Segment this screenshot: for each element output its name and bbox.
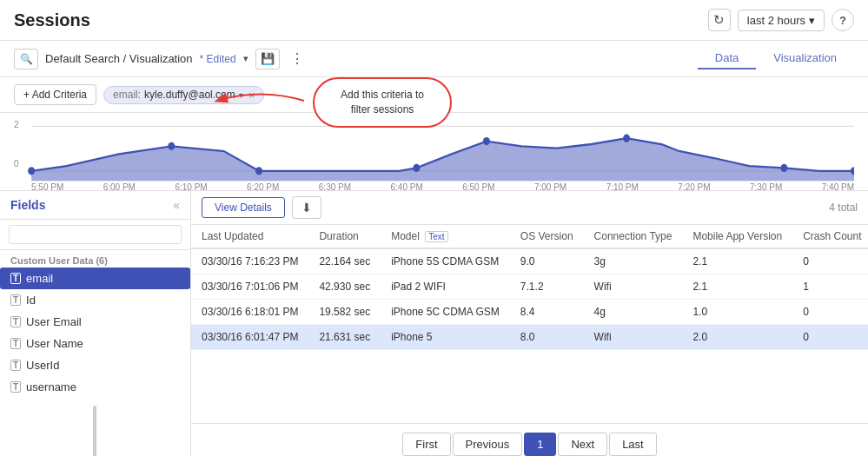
col-os-version: OS Version [510,225,584,248]
saved-search-label: Default Search / Visualization [45,52,193,65]
pagination-next-button[interactable]: Next [558,433,607,456]
sidebar-item-user-email[interactable]: T User Email [0,311,190,333]
field-type-icon: T [10,360,21,371]
svg-point-3 [168,142,175,150]
tabs: Data Visualization [698,48,854,69]
sidebar-item-label: email [26,272,53,285]
x-axis-labels: 5:50 PM 6:00 PM 6:10 PM 6:20 PM 6:30 PM … [14,182,854,191]
view-details-button[interactable]: View Details [202,197,285,218]
tab-data[interactable]: Data [698,48,756,69]
col-last-updated: Last Updated [191,225,308,248]
sidebar-item-username[interactable]: T username [0,376,190,398]
page-title: Sessions [14,10,90,30]
chip-close-icon[interactable]: × [248,89,255,102]
chip-dropdown-icon[interactable]: ▾ [239,90,243,100]
chip-key: email: [113,89,141,101]
filter-bar: + Add Criteria email: kyle.duffy@aol.com… [0,77,868,113]
field-type-icon: T [10,316,21,327]
time-selector-label: last 2 hours [747,14,805,27]
svg-point-8 [780,164,787,172]
sidebar-group-label: Custom User Data (6) [0,250,190,268]
toolbar: 🔍 Default Search / Visualization * Edite… [0,41,868,77]
col-crash-count: Crash Count [792,225,868,248]
svg-point-7 [623,135,630,142]
pagination-last-button[interactable]: Last [609,433,657,456]
sidebar-collapse-button[interactable]: « [173,198,180,212]
sidebar-item-userid[interactable]: T UserId [0,354,190,376]
sidebar-item-label: UserId [26,359,59,372]
sidebar-search [0,220,190,250]
sidebar-search-input[interactable] [9,225,182,244]
chevron-down-icon: ▾ [809,14,815,27]
col-connection-type: Connection Type [584,225,683,248]
main-content: Fields « Custom User Data (6) T email T … [0,191,868,456]
field-type-icon: T [10,273,21,284]
header-controls: ↻ last 2 hours ▾ ? [708,9,854,31]
sidebar-item-id[interactable]: T Id [0,289,190,311]
table-toolbar: View Details ⬇ 4 total [191,191,868,225]
saved-search-dropdown-icon[interactable]: ▾ [243,53,248,64]
svg-point-5 [413,164,420,172]
help-button[interactable]: ? [832,9,854,31]
time-selector[interactable]: last 2 hours ▾ [738,10,825,31]
chart-svg [14,116,854,186]
save-button[interactable]: 💾 [255,49,280,69]
svg-point-6 [483,137,490,145]
search-icon-box: 🔍 [14,49,38,69]
sidebar-item-email[interactable]: T email [0,268,190,289]
sidebar-item-label: username [26,380,76,393]
download-button[interactable]: ⬇ [292,196,321,219]
col-model: Model Text [381,225,510,248]
more-options-button[interactable]: ⋮ [287,49,308,69]
sidebar-title: Fields [10,198,45,212]
add-criteria-button[interactable]: + Add Criteria [14,84,96,105]
search-icon: 🔍 [20,53,33,65]
sidebar-item-label: User Name [26,337,83,350]
col-duration: Duration [308,225,381,248]
col-mobile-app-version: Mobile App Version [682,225,792,248]
header: Sessions ↻ last 2 hours ▾ ? [0,0,868,41]
sidebar-scrollbar[interactable] [93,406,96,457]
edited-badge: * Edited [200,53,236,65]
svg-point-4 [255,167,262,175]
sidebar-header: Fields « [0,191,190,220]
tooltip-bubble: Add this criteria to filter sessions [313,77,452,128]
sidebar-item-label: User Email [26,315,82,328]
table-count: 4 total [829,202,858,214]
pagination-current-page[interactable]: 1 [524,433,556,456]
table-row[interactable]: 03/30/16 7:01:06 PM42.930 seciPad 2 WIFI… [191,274,868,300]
sidebar: Fields « Custom User Data (6) T email T … [0,191,191,456]
field-type-icon: T [10,381,21,393]
table-row[interactable]: 03/30/16 6:01:47 PM21.631 seciPhone 58.0… [191,325,868,350]
table-row[interactable]: 03/30/16 6:18:01 PM19.582 seciPhone 5C C… [191,300,868,325]
pagination-previous-button[interactable]: Previous [453,433,523,456]
text-badge: Text [425,231,447,242]
pagination: First Previous 1 Next Last [191,423,868,456]
field-type-icon: T [10,338,21,349]
refresh-button[interactable]: ↻ [708,9,731,31]
chip-value: kyle.duffy@aol.com [144,89,235,101]
sessions-table: Last Updated Duration Model Text OS Vers… [191,225,868,350]
sidebar-item-label: Id [26,294,36,307]
chart-y-axis: 2 0 [14,120,19,169]
svg-point-2 [28,167,35,175]
table-row[interactable]: 03/30/16 7:16:23 PM22.164 seciPhone 5S C… [191,248,868,274]
pagination-first-button[interactable]: First [402,433,450,456]
tab-visualization[interactable]: Visualization [756,48,854,69]
field-type-icon: T [10,294,21,306]
sidebar-item-user-name[interactable]: T User Name [0,333,190,354]
table-area: View Details ⬇ 4 total Last Updated Dura… [191,191,868,456]
filter-chip: email: kyle.duffy@aol.com ▾ × [103,86,264,104]
